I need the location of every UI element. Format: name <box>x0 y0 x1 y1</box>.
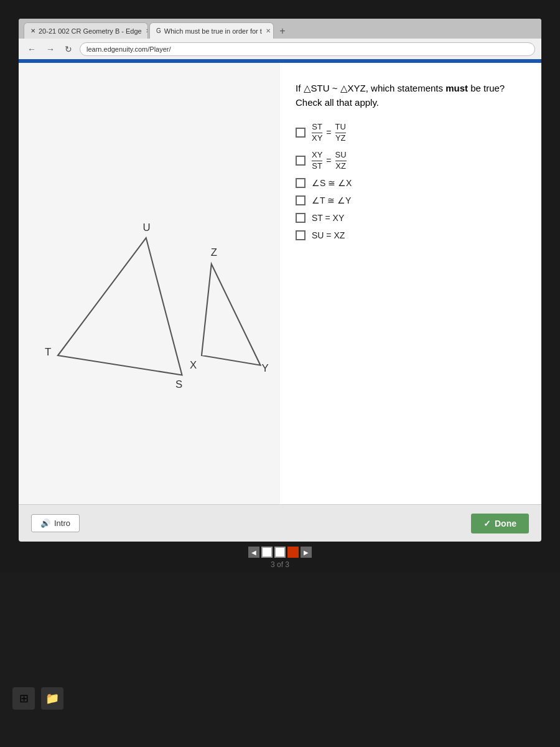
option-4-text: ∠T ≅ ∠Y <box>312 195 351 205</box>
triangle-xyz <box>202 264 261 365</box>
equals-2: = <box>326 156 331 166</box>
speaker-icon: 🔊 <box>40 519 50 528</box>
question-title: If △STU ~ △XYZ, which statements must be… <box>296 82 526 110</box>
page-dot-3-active[interactable] <box>287 547 299 558</box>
tab2-close[interactable]: ✕ <box>266 27 271 34</box>
tab-bar: ✕ 20-21 002 CR Geometry B - Edge ✕ G Whi… <box>19 19 541 39</box>
taskbar-icon-windows[interactable]: ⊞ <box>12 687 35 710</box>
content-area: T U S Z X Y If △STU ~ △XYZ, which statem… <box>19 63 541 504</box>
tab-geometry[interactable]: ✕ 20-21 002 CR Geometry B - Edge ✕ <box>24 22 148 39</box>
fraction-1b: TU YZ <box>335 122 346 143</box>
page-dot-2[interactable] <box>274 547 286 558</box>
fraction-2b: SU XZ <box>335 150 347 171</box>
browser-chrome: ✕ 20-21 002 CR Geometry B - Edge ✕ G Whi… <box>19 19 541 59</box>
option-6-text: SU = XZ <box>312 230 345 240</box>
options-list: ST XY = TU YZ <box>296 122 526 240</box>
option-2-text: XY ST = SU XZ <box>312 150 347 171</box>
nav-dots-row: ◀ ▶ <box>248 547 312 558</box>
check-all-label: Check all that apply. <box>296 97 379 108</box>
option-3[interactable]: ∠S ≅ ∠X <box>296 178 526 188</box>
new-tab-button[interactable]: + <box>275 24 290 39</box>
label-S: S <box>175 379 182 391</box>
taskbar-icon-files[interactable]: 📁 <box>41 687 63 710</box>
tab1-close[interactable]: ✕ <box>146 27 148 34</box>
triangle-stu <box>58 238 182 375</box>
back-button[interactable]: ← <box>25 43 39 55</box>
done-label: Done <box>495 519 516 529</box>
option-5-text: ST = XY <box>312 213 344 223</box>
triangles-svg: T U S Z X Y <box>19 63 280 504</box>
equals-1: = <box>326 128 331 138</box>
intro-button[interactable]: 🔊 Intro <box>31 514 80 532</box>
reload-button[interactable]: ↻ <box>62 43 75 55</box>
prev-page-button[interactable]: ◀ <box>248 547 259 558</box>
page-indicator: 3 of 3 <box>271 560 289 569</box>
label-T: T <box>45 346 51 358</box>
checkmark-icon: ✓ <box>483 519 491 529</box>
forward-button[interactable]: → <box>44 43 57 55</box>
option-1[interactable]: ST XY = TU YZ <box>296 122 526 143</box>
tab2-label: Which must be true in order for t <box>164 27 262 35</box>
tab-google[interactable]: G Which must be true in order for t ✕ <box>149 22 274 39</box>
page-navigation: ◀ ▶ 3 of 3 <box>248 547 312 569</box>
checkbox-4[interactable] <box>296 195 306 205</box>
intro-label: Intro <box>54 519 70 528</box>
page-dot-1[interactable] <box>261 547 273 558</box>
checkbox-1[interactable] <box>296 128 306 138</box>
label-Y: Y <box>262 362 269 374</box>
next-page-button[interactable]: ▶ <box>301 547 312 558</box>
laptop-body: ⊞ 📁 <box>0 573 560 747</box>
label-U: U <box>143 222 151 234</box>
option-6[interactable]: SU = XZ <box>296 230 526 240</box>
option-2[interactable]: XY ST = SU XZ <box>296 150 526 171</box>
checkbox-3[interactable] <box>296 178 306 188</box>
option-1-text: ST XY = TU YZ <box>312 122 346 143</box>
left-panel: T U S Z X Y <box>19 63 280 504</box>
taskbar-icons: ⊞ 📁 <box>12 687 63 710</box>
label-X: X <box>190 359 197 371</box>
done-button[interactable]: ✓ Done <box>471 514 529 533</box>
address-bar: ← → ↻ learn.edgenuity.com/Player/ <box>19 39 541 59</box>
checkbox-5[interactable] <box>296 213 306 223</box>
checkbox-2[interactable] <box>296 156 306 166</box>
option-5[interactable]: ST = XY <box>296 213 526 223</box>
option-4[interactable]: ∠T ≅ ∠Y <box>296 195 526 205</box>
label-Z: Z <box>211 247 217 258</box>
url-bar[interactable]: learn.edgenuity.com/Player/ <box>80 42 535 56</box>
must-word: must <box>446 83 468 93</box>
tab1-icon: ✕ <box>30 27 35 34</box>
fraction-1a: ST XY <box>312 122 322 143</box>
right-panel: If △STU ~ △XYZ, which statements must be… <box>280 63 541 504</box>
url-text: learn.edgenuity.com/Player/ <box>86 45 171 53</box>
checkbox-6[interactable] <box>296 230 306 240</box>
option-3-text: ∠S ≅ ∠X <box>312 178 352 188</box>
tab2-icon: G <box>156 27 161 34</box>
fraction-2a: XY ST <box>312 150 322 171</box>
bottom-bar: 🔊 Intro ✓ Done <box>19 504 541 542</box>
tab1-label: 20-21 002 CR Geometry B - Edge <box>39 27 142 35</box>
